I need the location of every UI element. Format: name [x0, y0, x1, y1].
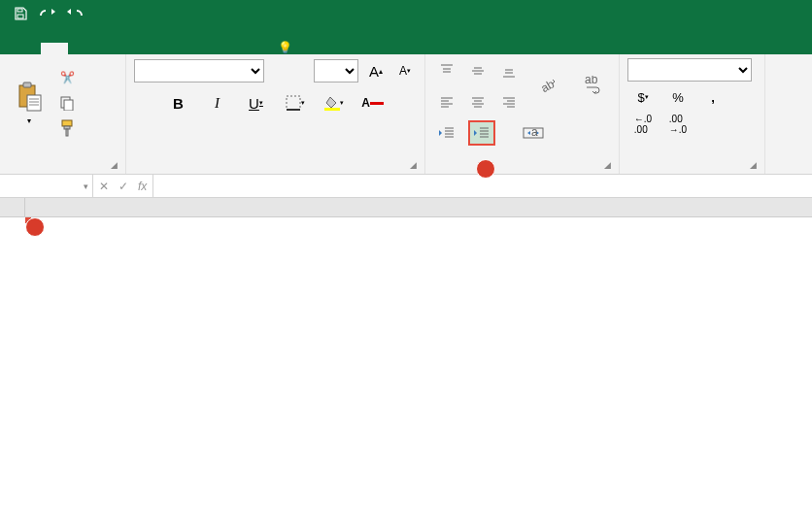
align-center-button[interactable] — [464, 89, 491, 115]
increase-decimal-button[interactable]: ←.0.00 — [627, 113, 659, 136]
svg-rect-15 — [324, 108, 340, 111]
font-name-select[interactable] — [134, 59, 264, 82]
decrease-font-button[interactable]: A▾ — [393, 59, 417, 82]
number-group: $ ▾ % , ←.0.00 .00→.0 ◢ — [620, 54, 765, 174]
enter-formula-button[interactable]: ✓ — [118, 180, 128, 193]
italic-button[interactable]: I — [205, 90, 230, 116]
decrease-indent-button[interactable] — [433, 120, 460, 146]
callout-5 — [476, 159, 495, 179]
decrease-decimal-button[interactable]: .00→.0 — [662, 113, 694, 136]
align-left-button[interactable] — [433, 89, 460, 115]
copy-button[interactable] — [54, 91, 80, 115]
align-right-button[interactable] — [495, 89, 523, 115]
comma-button[interactable]: , — [697, 85, 728, 109]
tab-page-layout[interactable] — [95, 43, 122, 54]
fill-color-button[interactable]: ▾ — [321, 90, 347, 116]
svg-rect-4 — [27, 95, 41, 111]
alignment-label: ◢ — [433, 168, 611, 172]
title-bar — [0, 0, 812, 27]
scissors-icon: ✂️ — [60, 71, 75, 84]
increase-font-button[interactable]: A▴ — [364, 59, 388, 82]
number-label: ◢ — [627, 168, 757, 172]
tab-help[interactable] — [231, 43, 258, 54]
tab-insert[interactable] — [68, 43, 95, 54]
font-group: A▴ A▾ B I U ▾ ▾ ▾ A ◢ — [126, 54, 425, 174]
font-label: ◢ — [134, 168, 417, 172]
cancel-formula-button[interactable]: ✕ — [99, 180, 109, 193]
alignment-group: ab ab a ◢ — [425, 54, 620, 174]
ribbon-tabs: 💡 — [0, 27, 812, 54]
border-button[interactable]: ▾ — [283, 90, 308, 116]
svg-rect-0 — [17, 9, 22, 12]
font-launcher[interactable]: ◢ — [410, 160, 417, 170]
clipboard-group: ▾ ✂️ ◢ — [0, 54, 126, 174]
svg-text:a: a — [531, 125, 538, 139]
svg-rect-9 — [64, 100, 73, 111]
bold-button[interactable]: B — [166, 90, 191, 116]
save-button[interactable] — [8, 2, 33, 25]
paste-button[interactable]: ▾ — [8, 58, 51, 148]
svg-rect-10 — [62, 120, 72, 126]
format-painter-button[interactable] — [54, 116, 80, 140]
align-middle-button[interactable] — [464, 58, 491, 83]
spreadsheet-grid — [0, 198, 812, 217]
tab-view[interactable] — [204, 43, 231, 54]
callout-4 — [25, 217, 45, 237]
tab-home[interactable] — [41, 43, 68, 54]
fx-button[interactable]: fx — [138, 180, 147, 193]
number-launcher[interactable]: ◢ — [750, 160, 757, 170]
tab-formulas[interactable] — [122, 43, 150, 54]
svg-rect-1 — [17, 15, 23, 18]
percent-button[interactable]: % — [662, 85, 694, 109]
merge-center-button[interactable]: a — [503, 120, 563, 146]
tell-me[interactable]: 💡 — [278, 41, 298, 54]
svg-text:ab: ab — [539, 77, 557, 95]
alignment-launcher[interactable]: ◢ — [604, 160, 611, 170]
wrap-text-button[interactable]: ab — [575, 58, 612, 113]
font-size-select[interactable] — [314, 59, 358, 82]
select-all-corner[interactable] — [0, 198, 25, 216]
chevron-down-icon: ▾ — [27, 116, 31, 125]
lightbulb-icon: 💡 — [278, 41, 292, 54]
tab-file[interactable] — [6, 43, 41, 54]
svg-rect-3 — [23, 82, 31, 87]
underline-button[interactable]: U ▾ — [244, 90, 269, 116]
align-top-button[interactable] — [433, 58, 460, 83]
formula-bar: ✕ ✓ fx — [0, 175, 812, 198]
ribbon: ▾ ✂️ ◢ A▴ A▾ B I — [0, 54, 812, 175]
increase-indent-button[interactable] — [468, 120, 495, 146]
tab-data[interactable] — [150, 43, 177, 54]
redo-button[interactable] — [62, 2, 87, 25]
number-format-select[interactable] — [627, 58, 752, 82]
orientation-button[interactable]: ab — [530, 58, 567, 113]
svg-text:ab: ab — [585, 76, 598, 86]
align-bottom-button[interactable] — [495, 58, 523, 83]
clipboard-label: ◢ — [8, 168, 118, 172]
svg-rect-12 — [66, 129, 68, 136]
cut-button[interactable]: ✂️ — [54, 66, 80, 89]
clipboard-launcher[interactable]: ◢ — [111, 160, 118, 170]
svg-rect-13 — [287, 96, 300, 110]
tab-review[interactable] — [177, 43, 204, 54]
currency-button[interactable]: $ ▾ — [627, 85, 659, 109]
name-box[interactable] — [0, 175, 93, 197]
undo-button[interactable] — [35, 2, 60, 25]
font-color-button[interactable]: A — [360, 90, 386, 116]
